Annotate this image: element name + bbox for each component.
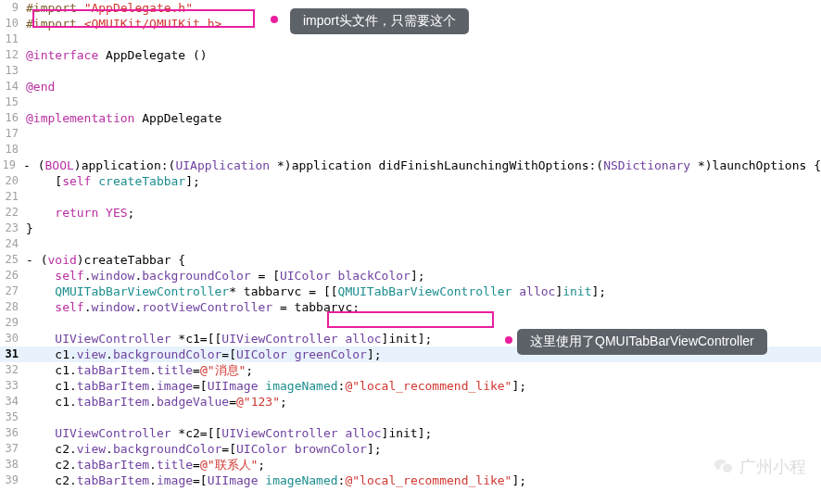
code-line[interactable]: 39 c2.tabBarItem.image=[UIImage imageNam…	[0, 472, 821, 488]
code-line[interactable]: 28 self.window.rootViewController = tabb…	[0, 299, 821, 315]
watermark-text: 广州小程	[739, 456, 806, 478]
line-number: 25	[0, 252, 26, 268]
code-content: @implementation AppDelegate	[26, 110, 821, 126]
line-number: 22	[0, 205, 26, 220]
line-number: 21	[0, 189, 26, 205]
wechat-icon	[714, 458, 734, 476]
code-line[interactable]: 34 c1.tabBarItem.badgeValue=@"123";	[0, 394, 821, 410]
watermark: 广州小程	[714, 456, 806, 478]
line-number: 33	[0, 378, 26, 394]
line-number: 14	[0, 79, 26, 94]
code-line[interactable]: 25- (void)createTabbar {	[0, 252, 821, 268]
code-line[interactable]: 17	[0, 126, 821, 142]
code-line[interactable]: 19- (BOOL)application:(UIApplication *)a…	[0, 158, 821, 173]
code-content: @interface AppDelegate ()	[26, 47, 821, 63]
code-content: - (void)createTabbar {	[26, 252, 821, 268]
line-number: 38	[0, 457, 26, 472]
code-content: self.window.rootViewController = tabbarv…	[26, 299, 821, 315]
code-line[interactable]: 16@implementation AppDelegate	[0, 110, 821, 126]
line-number: 19	[0, 158, 23, 173]
code-content: UIViewController *c2=[[UIViewController …	[26, 425, 821, 441]
line-number: 11	[0, 32, 26, 47]
line-number: 35	[0, 410, 26, 425]
code-content: - (BOOL)application:(UIApplication *)app…	[23, 158, 821, 173]
code-content: c2.view.backgroundColor=[UIColor brownCo…	[26, 441, 821, 457]
code-line[interactable]: 15	[0, 94, 821, 110]
callout-label: import头文件，只需要这个	[290, 8, 469, 34]
code-content: c1.tabBarItem.title=@"消息";	[26, 362, 821, 378]
line-number: 16	[0, 110, 26, 126]
code-line[interactable]: 38 c2.tabBarItem.title=@"联系人";	[0, 457, 821, 472]
line-number: 18	[0, 142, 26, 158]
code-content: @end	[26, 79, 821, 94]
code-line[interactable]: 23}	[0, 220, 821, 236]
code-line[interactable]: 14@end	[0, 79, 821, 94]
code-line[interactable]: 20 [self createTabbar];	[0, 173, 821, 189]
code-line[interactable]: 26 self.window.backgroundColor = [UIColo…	[0, 268, 821, 284]
line-number: 24	[0, 236, 26, 252]
line-number: 26	[0, 268, 26, 284]
code-line[interactable]: 37 c2.view.backgroundColor=[UIColor brow…	[0, 441, 821, 457]
line-number: 12	[0, 47, 26, 63]
line-number: 37	[0, 441, 26, 457]
line-number: 17	[0, 126, 26, 142]
annotation-dot	[271, 16, 278, 23]
line-number: 20	[0, 173, 26, 189]
line-number: 36	[0, 425, 26, 441]
line-number: 27	[0, 284, 26, 299]
code-editor[interactable]: 9#import "AppDelegate.h" 10#import <QMUI…	[0, 0, 821, 488]
code-line[interactable]: 24	[0, 236, 821, 252]
code-content: return YES;	[26, 205, 821, 220]
code-content: self.window.backgroundColor = [UIColor b…	[26, 268, 821, 284]
code-line[interactable]: 12@interface AppDelegate ()	[0, 47, 821, 63]
code-line[interactable]: 32 c1.tabBarItem.title=@"消息";	[0, 362, 821, 378]
code-line[interactable]: 36 UIViewController *c2=[[UIViewControll…	[0, 425, 821, 441]
line-number: 28	[0, 299, 26, 315]
code-content: }	[26, 220, 821, 236]
annotation-dot	[505, 336, 512, 344]
line-number: 23	[0, 220, 26, 236]
line-number: 9	[0, 0, 26, 16]
code-line[interactable]: 18	[0, 142, 821, 158]
line-number: 10	[0, 16, 26, 32]
code-line[interactable]: 27 QMUITabBarViewController* tabbarvc = …	[0, 284, 821, 299]
code-line[interactable]: 35	[0, 410, 821, 425]
code-content: c1.tabBarItem.image=[UIImage imageNamed:…	[26, 378, 821, 394]
line-number: 29	[0, 315, 26, 331]
line-number: 39	[0, 472, 26, 488]
code-line[interactable]: 22 return YES;	[0, 205, 821, 220]
line-number: 13	[0, 63, 26, 79]
code-content: QMUITabBarViewController* tabbarvc = [[Q…	[26, 284, 821, 299]
code-content: c1.tabBarItem.badgeValue=@"123";	[26, 394, 821, 410]
code-line[interactable]: 21	[0, 189, 821, 205]
code-line[interactable]: 33 c1.tabBarItem.image=[UIImage imageNam…	[0, 378, 821, 394]
line-number: 15	[0, 94, 26, 110]
line-number: 32	[0, 362, 26, 378]
line-number: 34	[0, 394, 26, 410]
line-number: 30	[0, 331, 26, 346]
code-content: c2.tabBarItem.title=@"联系人";	[26, 457, 821, 472]
code-line[interactable]: 13	[0, 63, 821, 79]
line-number: 31	[0, 346, 26, 362]
code-content: [self createTabbar];	[26, 173, 821, 189]
callout-label: 这里使用了QMUITabBarViewController	[517, 329, 767, 355]
code-content: c2.tabBarItem.image=[UIImage imageNamed:…	[26, 472, 821, 488]
